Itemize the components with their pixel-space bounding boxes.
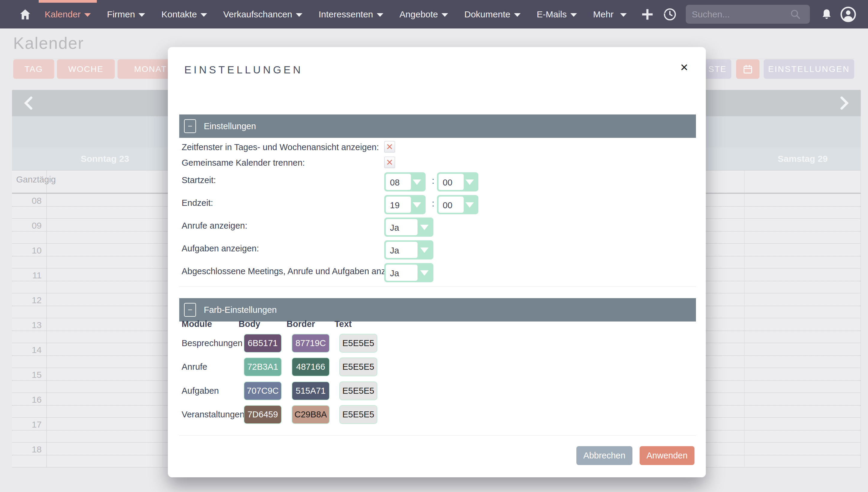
shared-calendar-label: Gemeinsame Kalender trennen: <box>182 158 305 168</box>
home-icon <box>19 8 31 20</box>
nav-label: Kontakte <box>161 9 197 20</box>
settings-section-header: − Einstellungen <box>179 115 696 138</box>
history-clock-icon <box>663 7 677 22</box>
hour-label: 11 <box>12 269 47 293</box>
nav-item-kontakte[interactable]: Kontakte <box>155 0 213 28</box>
plus-icon <box>641 8 654 21</box>
allday-label: Ganztägig <box>12 171 47 193</box>
nav-label: Verkaufschancen <box>223 9 292 20</box>
chevron-down-icon <box>139 13 145 17</box>
select-value: Ja <box>390 240 399 260</box>
select-value: Ja <box>390 218 399 237</box>
nav-label: Dokumente <box>464 9 510 20</box>
search-input[interactable] <box>686 9 788 20</box>
cancel-button[interactable]: Abbrechen <box>576 446 632 465</box>
show-calls-select[interactable]: Ja <box>384 218 433 237</box>
body-color-input[interactable]: 6B5171 <box>244 334 282 353</box>
text-color-input[interactable]: E5E5E5 <box>339 405 377 424</box>
apply-button[interactable]: Anwenden <box>640 446 695 465</box>
column-header-text: Text <box>335 319 352 329</box>
border-color-input[interactable]: 87719C <box>292 334 330 353</box>
body-color-input[interactable]: 72B3A1 <box>244 358 282 376</box>
text-color-input[interactable]: E5E5E5 <box>339 358 377 376</box>
collapse-button[interactable]: − <box>184 303 196 317</box>
show-calls-label: Anrufe anzeigen: <box>182 221 247 231</box>
nav-item-kalender[interactable]: Kalender <box>39 0 97 28</box>
notifications-button[interactable] <box>818 0 836 28</box>
select-value: 00 <box>443 172 452 192</box>
column-header-module: Module <box>182 319 212 329</box>
nav-label: Kalender <box>45 9 81 20</box>
chevron-down-icon <box>441 13 448 17</box>
select-value: 08 <box>390 172 400 192</box>
module-label-veranstaltungen: Veranstaltungen <box>182 405 245 424</box>
nav-item-angebote[interactable]: Angebote <box>393 0 454 28</box>
shared-calendar-checkbox[interactable]: ✕ <box>384 157 395 168</box>
calendar-picker-button[interactable] <box>736 59 760 79</box>
text-color-input[interactable]: E5E5E5 <box>339 382 377 400</box>
show-tasks-label: Aufgaben anzeigen: <box>182 244 259 253</box>
chevron-down-icon <box>377 13 383 17</box>
nav-label: Angebote <box>400 9 438 20</box>
time-colon: : <box>429 199 437 208</box>
dropdown-arrow-icon <box>413 202 421 207</box>
dropdown-arrow-icon <box>413 179 421 185</box>
collapse-button[interactable]: − <box>184 119 196 133</box>
timeslots-label: Zeitfenster in Tages- und Wochenansicht … <box>182 142 379 152</box>
chevron-down-icon <box>296 13 303 17</box>
border-color-input[interactable]: 515A71 <box>292 382 330 400</box>
nav-item-interessenten[interactable]: Interessenten <box>313 0 389 28</box>
hour-label: 08 <box>12 194 47 218</box>
show-completed-label: Abgeschlossene Meetings, Anrufe und Aufg… <box>182 266 409 276</box>
nav-label: E-Mails <box>537 9 567 20</box>
previous-week-button[interactable] <box>16 90 40 116</box>
dropdown-arrow-icon <box>465 202 474 207</box>
section-divider <box>179 287 696 287</box>
search-icon[interactable] <box>790 8 801 20</box>
body-color-input[interactable]: 707C9C <box>244 382 282 400</box>
hour-label: 10 <box>12 244 47 268</box>
nav-item-mehr[interactable]: Mehr <box>587 0 633 28</box>
day-header: Samstag 29 <box>745 154 861 164</box>
text-color-input[interactable]: E5E5E5 <box>339 334 377 353</box>
user-menu-button[interactable] <box>839 0 858 28</box>
body-color-input[interactable]: 7D6459 <box>244 405 282 424</box>
show-tasks-select[interactable]: Ja <box>384 240 433 260</box>
show-completed-select[interactable]: Ja <box>384 263 433 282</box>
close-icon[interactable]: ✕ <box>680 62 689 73</box>
nav-item-dokumente[interactable]: Dokumente <box>458 0 526 28</box>
hour-label: 09 <box>12 219 47 243</box>
day-view-button[interactable]: TAG <box>13 59 54 79</box>
day-header: Sonntag 23 <box>47 154 163 164</box>
dropdown-arrow-icon <box>420 225 429 230</box>
dropdown-arrow-icon <box>465 179 474 185</box>
chevron-down-icon <box>620 13 627 17</box>
start-time-label: Startzeit: <box>182 175 216 185</box>
top-navbar: Kalender Firmen Kontakte Verkaufschancen… <box>0 0 868 28</box>
hour-label: 12 <box>12 293 47 318</box>
nav-label: Mehr <box>593 9 613 20</box>
nav-item-emails[interactable]: E-Mails <box>531 0 583 28</box>
nav-item-verkaufschancen[interactable]: Verkaufschancen <box>217 0 308 28</box>
end-minute-select[interactable]: 00 <box>437 195 478 214</box>
start-hour-select[interactable]: 08 <box>384 172 426 192</box>
quick-create-button[interactable] <box>638 0 656 28</box>
home-button[interactable] <box>19 0 32 28</box>
next-week-button[interactable] <box>833 90 857 116</box>
chevron-left-icon <box>23 97 33 110</box>
column-header-body: Body <box>239 319 261 329</box>
border-color-input[interactable]: 487166 <box>292 358 330 376</box>
dropdown-arrow-icon <box>420 247 429 253</box>
nav-item-firmen[interactable]: Firmen <box>101 0 151 28</box>
end-hour-select[interactable]: 19 <box>384 195 426 214</box>
recent-history-button[interactable] <box>661 0 679 28</box>
start-minute-select[interactable]: 00 <box>437 172 478 192</box>
select-value: 00 <box>443 195 452 214</box>
week-view-button[interactable]: WOCHE <box>57 59 115 79</box>
avatar-icon <box>840 6 857 23</box>
hour-label: 14 <box>12 343 47 368</box>
timeslots-checkbox[interactable]: ✕ <box>384 141 395 152</box>
border-color-input[interactable]: C29B8A <box>292 405 330 424</box>
chevron-right-icon <box>840 97 850 110</box>
settings-button[interactable]: EINSTELLUNGEN <box>764 59 854 79</box>
